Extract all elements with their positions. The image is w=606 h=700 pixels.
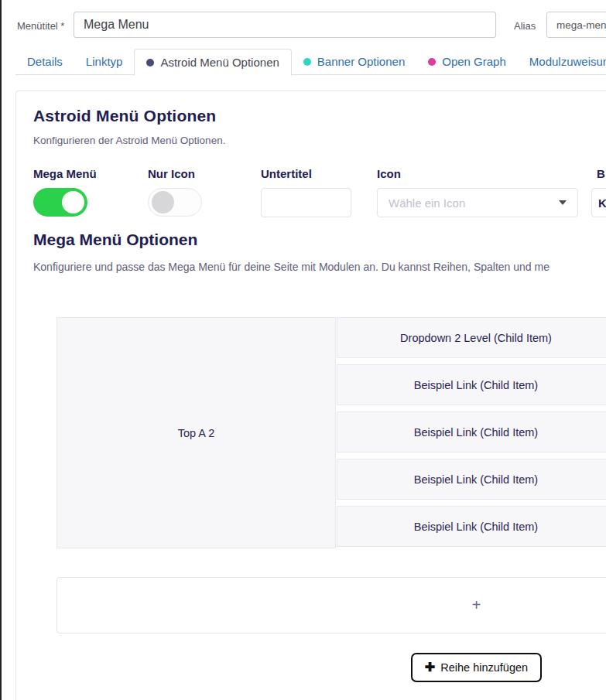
tab-open-graph[interactable]: Open Graph xyxy=(416,49,518,75)
child-item-row[interactable]: Beispiel Link (Child Item) xyxy=(337,411,606,452)
nur-icon-toggle[interactable] xyxy=(148,188,202,217)
child-item-row[interactable]: Dropdown 2 Level (Child Item) xyxy=(337,317,606,358)
mega-menu-child-rows: Dropdown 2 Level (Child Item) Beispiel L… xyxy=(337,317,606,547)
tab-bar: Details Linktyp Astroid Menü Optionen Ba… xyxy=(15,49,606,75)
panel-title: Astroid Menü Optionen xyxy=(33,107,216,125)
tab-modulzuweisung[interactable]: Modulzuweisung xyxy=(518,49,606,75)
nur-icon-toggle-knob xyxy=(152,191,174,213)
menu-title-input[interactable]: Mega Menu xyxy=(74,12,496,38)
astroid-tab-dot-icon xyxy=(146,59,154,67)
icon-label: Icon xyxy=(377,167,401,180)
mega-menu-options-title: Mega Menü Optionen xyxy=(33,230,197,249)
child-item-row[interactable]: Beispiel Link (Child Item) xyxy=(337,459,606,500)
icon-select[interactable]: Wähle ein Icon xyxy=(377,188,578,217)
child-item-row[interactable]: Beispiel Link (Child Item) xyxy=(337,506,606,547)
alias-input[interactable]: mega-menu xyxy=(546,12,606,38)
add-row-button[interactable]: ✚ Reihe hinzufügen xyxy=(411,653,542,682)
tab-details[interactable]: Details xyxy=(15,49,74,75)
icon-select-placeholder: Wähle ein Icon xyxy=(389,196,559,210)
menu-item-edit-screen: Menütitel * Mega Menu Alias mega-menu De… xyxy=(0,0,606,700)
badge-label-partial: B xyxy=(597,167,605,180)
add-column-dropzone[interactable]: + xyxy=(56,577,606,633)
panel-subtitle: Konfigurieren der Astroid Menü Optionen. xyxy=(33,135,225,146)
mega-menu-label: Mega Menü xyxy=(33,167,97,180)
mega-menu-options-description: Konfiguriere und passe das Mega Menü für… xyxy=(33,261,606,273)
chevron-down-icon xyxy=(559,200,567,205)
menu-title-label: Menütitel * xyxy=(17,20,64,32)
astroid-options-panel: Astroid Menü Optionen Konfigurieren der … xyxy=(15,90,606,700)
alias-label: Alias xyxy=(514,20,536,32)
nur-icon-label: Nur Icon xyxy=(148,167,195,180)
badge-field-partial[interactable]: K xyxy=(591,188,606,217)
untertitel-label: Untertitel xyxy=(261,167,312,180)
open-graph-tab-dot-icon xyxy=(428,58,436,66)
add-row-button-row: ✚ Reihe hinzufügen xyxy=(56,653,606,682)
window-left-edge xyxy=(0,0,2,700)
tab-linktyp[interactable]: Linktyp xyxy=(74,49,135,75)
tab-banner-optionen[interactable]: Banner Optionen xyxy=(292,49,416,75)
banner-tab-dot-icon xyxy=(303,58,311,66)
tab-astroid-menu-optionen[interactable]: Astroid Menü Optionen xyxy=(134,49,291,76)
mega-menu-parent-cell[interactable]: Top A 2 xyxy=(56,317,336,548)
mega-menu-toggle[interactable] xyxy=(33,188,87,217)
child-item-row[interactable]: Beispiel Link (Child Item) xyxy=(337,364,606,405)
plus-icon: ✚ xyxy=(425,661,435,674)
mega-menu-toggle-knob xyxy=(62,191,84,213)
add-row-button-label: Reihe hinzufügen xyxy=(440,661,528,674)
untertitel-input[interactable] xyxy=(261,188,351,217)
plus-icon: + xyxy=(472,596,481,614)
